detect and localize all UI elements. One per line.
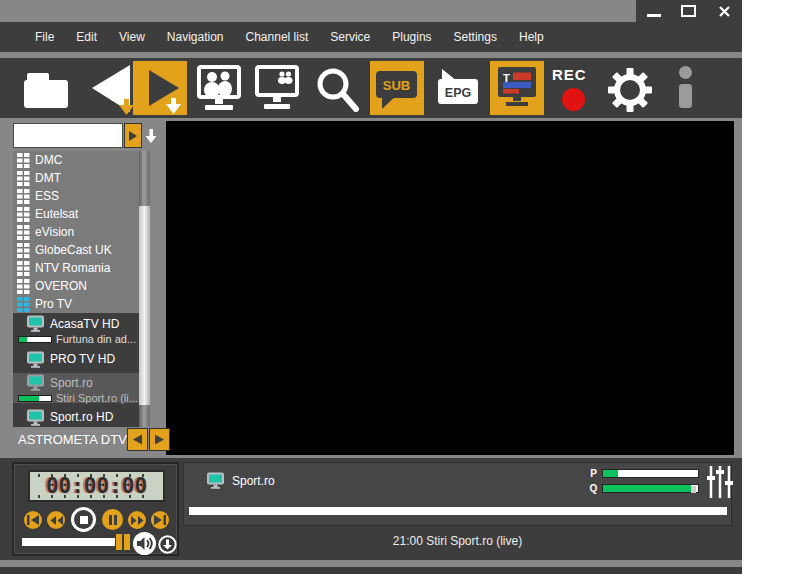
tree-scrollbar[interactable]: [139, 151, 150, 427]
menu-channel-list[interactable]: Channel list: [235, 22, 320, 52]
menu-navigation[interactable]: Navigation: [156, 22, 235, 52]
channel-list: AcasaTV HD Furtuna din ad... PRO TV HD S…: [13, 313, 139, 427]
signal-power-bar: [602, 469, 699, 478]
tv-channel-icon: [26, 315, 46, 332]
satellite-label: DMC: [35, 153, 62, 167]
channel-item-acasatv[interactable]: AcasaTV HD Furtuna din ad...: [13, 313, 139, 345]
minimize-button[interactable]: [639, 0, 669, 22]
rec-label: REC: [552, 66, 600, 83]
now-playing-panel: Sport.ro P Q: [183, 462, 732, 526]
satellite-item-ess[interactable]: ESS: [13, 187, 150, 205]
status-bar: 21:00 Stiri Sport.ro (live): [183, 528, 732, 554]
subtitles-bubble-icon: SUB: [370, 61, 424, 115]
app-window: File Edit View Navigation Channel list S…: [0, 0, 742, 574]
transponder-grid-icon: [16, 206, 31, 223]
skip-forward-button[interactable]: [151, 511, 169, 529]
folder-icon: [22, 70, 70, 110]
menu-help[interactable]: Help: [508, 22, 555, 52]
skip-back-button[interactable]: [24, 511, 42, 529]
mosaic-button[interactable]: [254, 64, 300, 118]
satellite-item-dmc[interactable]: DMC: [13, 151, 150, 169]
equalizer-icon[interactable]: [707, 464, 733, 500]
subtitles-button[interactable]: SUB: [370, 61, 424, 115]
satellite-item-globecast[interactable]: GlobeCast UK: [13, 241, 150, 259]
rewind-icon: [50, 516, 63, 525]
download-icon[interactable]: [158, 535, 177, 554]
volume-slider[interactable]: [22, 538, 115, 546]
stop-button[interactable]: [71, 507, 96, 532]
satellite-item-ntv-romania[interactable]: NTV Romania: [13, 259, 150, 277]
transponder-grid-icon: [16, 188, 31, 205]
settings-button[interactable]: [608, 68, 652, 116]
tv-channel-icon: [206, 472, 226, 489]
multiview-button[interactable]: [196, 64, 242, 118]
epg-label: EPG: [445, 86, 471, 100]
transponder-grid-icon-active: [16, 296, 31, 313]
channel-item-sport-ro-selected[interactable]: Sport.ro Stiri Sport.ro (li...: [13, 373, 139, 403]
close-button[interactable]: [709, 0, 739, 22]
channel-item-pro-tv-hd[interactable]: PRO TV HD: [13, 345, 139, 373]
signal-power-row: P: [589, 468, 699, 479]
search-go-button[interactable]: [124, 123, 142, 148]
menu-file[interactable]: File: [24, 22, 65, 52]
volume-handle-2[interactable]: [124, 534, 130, 550]
provider-next-button[interactable]: [149, 428, 170, 451]
seek-bar[interactable]: [189, 507, 727, 515]
epg-button[interactable]: EPG: [434, 67, 482, 115]
satellite-label: OVERON: [35, 279, 87, 293]
menu-service[interactable]: Service: [319, 22, 381, 52]
rewind-button[interactable]: [47, 511, 65, 529]
menu-bar: File Edit View Navigation Channel list S…: [0, 22, 742, 52]
transponder-grid-icon: [16, 170, 31, 187]
search-button[interactable]: [314, 66, 360, 116]
monitor-people-icon: [196, 64, 242, 114]
menu-view[interactable]: View: [108, 22, 156, 52]
signal-quality-row: Q: [589, 483, 699, 494]
volume-handle[interactable]: [116, 534, 122, 550]
stop-icon: [80, 516, 88, 524]
content-area: DMC DMT ESS Eutelsat eVision GlobeCast U…: [0, 118, 742, 458]
arrow-right-icon: [154, 434, 165, 445]
channel-search-input[interactable]: [13, 123, 123, 148]
provider-prev-button[interactable]: [127, 428, 148, 451]
speaker-icon[interactable]: [133, 532, 156, 555]
channel-name: Sport.ro HD: [50, 410, 113, 424]
satellite-item-overon[interactable]: OVERON: [13, 277, 150, 295]
channel-name: PRO TV HD: [50, 352, 115, 366]
transponder-grid-icon: [16, 260, 31, 277]
tv-channel-icon: [26, 409, 46, 426]
transponder-grid-icon: [16, 224, 31, 241]
teletext-icon: T: [490, 61, 544, 115]
now-playing-label: Stiri Sport.ro (li...: [56, 392, 138, 404]
maximize-button[interactable]: [674, 0, 704, 22]
pause-button[interactable]: [102, 509, 123, 530]
title-bar[interactable]: [0, 0, 742, 22]
fast-forward-icon: [131, 516, 144, 525]
info-button[interactable]: [679, 66, 692, 108]
video-display: [166, 121, 734, 455]
tree-scrollbar-thumb[interactable]: [139, 206, 150, 405]
transponder-grid-icon: [16, 152, 31, 169]
satellite-item-evision[interactable]: eVision: [13, 223, 150, 241]
fast-forward-button[interactable]: [128, 511, 146, 529]
teletext-button[interactable]: T: [490, 61, 544, 115]
search-go-icon: [128, 131, 138, 141]
back-arrow-icon: [84, 62, 138, 116]
menu-settings[interactable]: Settings: [443, 22, 508, 52]
menu-plugins[interactable]: Plugins: [381, 22, 442, 52]
chevron-down-icon: [144, 128, 158, 144]
satellite-item-eutelsat[interactable]: Eutelsat: [13, 205, 150, 223]
satellite-label: NTV Romania: [35, 261, 110, 275]
satellite-item-pro-tv-selected[interactable]: Pro TV: [13, 295, 150, 313]
record-button[interactable]: REC: [552, 66, 600, 116]
satellite-label: eVision: [35, 225, 74, 239]
toolbar: SUB EPG T REC: [0, 58, 742, 118]
play-icon: [133, 61, 187, 115]
previous-channel-button[interactable]: [84, 62, 138, 120]
menu-edit[interactable]: Edit: [65, 22, 108, 52]
search-dropdown-button[interactable]: [143, 122, 158, 149]
now-playing-channel: Sport.ro: [206, 472, 275, 489]
satellite-item-dmt[interactable]: DMT: [13, 169, 150, 187]
play-button[interactable]: [133, 61, 187, 115]
open-file-button[interactable]: [22, 70, 70, 114]
